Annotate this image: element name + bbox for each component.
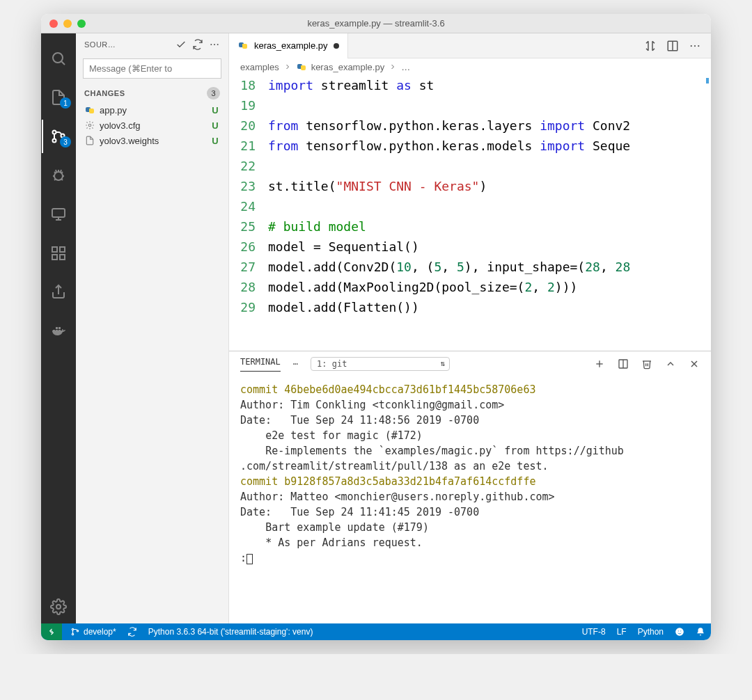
activity-extensions[interactable]: [42, 237, 75, 270]
remote-indicator[interactable]: [41, 623, 62, 640]
remote-status-icon: [47, 627, 56, 637]
python-env-status[interactable]: Python 3.6.3 64-bit ('streamlit-staging'…: [148, 627, 313, 637]
terminal-line: Author: Matteo <monchier@users.noreply.g…: [240, 489, 700, 504]
svg-rect-10: [60, 247, 65, 252]
code-content: model.add(Conv2D(10, (5, 5), input_shape…: [268, 257, 711, 277]
editor-tabs: keras_example.py: [229, 33, 711, 58]
feedback-icon[interactable]: [675, 627, 684, 637]
file-item[interactable]: yolov3.weightsU: [76, 133, 228, 148]
modified-indicator-icon: [334, 43, 339, 49]
branch-icon: [70, 627, 80, 637]
svg-point-23: [691, 45, 692, 46]
svg-line-1: [62, 62, 65, 65]
svg-rect-7: [52, 247, 57, 252]
kill-terminal-icon[interactable]: [641, 358, 652, 369]
editor-tab[interactable]: keras_example.py: [229, 33, 348, 58]
code-line[interactable]: 22: [229, 156, 711, 176]
activity-debug[interactable]: [42, 159, 75, 192]
code-line[interactable]: 26model = Sequential(): [229, 237, 711, 257]
line-number: 29: [229, 297, 268, 317]
close-window-button[interactable]: [49, 19, 58, 28]
activity-scm[interactable]: 3: [42, 120, 75, 153]
share-icon: [50, 284, 67, 301]
terminal-line: Date: Tue Sep 24 11:41:45 2019 -0700: [240, 504, 700, 520]
activity-liveshare[interactable]: [42, 276, 75, 309]
maximize-window-button[interactable]: [77, 19, 86, 28]
breadcrumb-more[interactable]: …: [401, 62, 410, 72]
scm-badge: 3: [60, 136, 71, 148]
encoding-status[interactable]: UTF-8: [582, 627, 606, 637]
editor-group: keras_example.py examples keras_example.…: [229, 33, 711, 623]
terminal-prompt[interactable]: :: [240, 550, 700, 566]
split-editor-icon[interactable]: [666, 40, 679, 52]
breadcrumb-file[interactable]: keras_example.py: [311, 62, 385, 72]
file-item[interactable]: yolov3.cfgU: [76, 118, 228, 133]
notifications-icon[interactable]: [696, 627, 705, 637]
new-terminal-icon[interactable]: [594, 358, 605, 369]
code-line[interactable]: 29model.add(Flatten()): [229, 297, 711, 317]
terminal-output[interactable]: commit 46bebe6d0ae494cbcca73d61bf1445bc5…: [229, 376, 711, 623]
code-line[interactable]: 20from tensorflow.python.keras.layers im…: [229, 116, 711, 136]
svg-point-0: [53, 53, 63, 63]
sync-status[interactable]: [127, 627, 137, 637]
code-line[interactable]: 18import streamlit as st: [229, 75, 711, 95]
file-item[interactable]: app.pyU: [76, 102, 228, 118]
minimize-window-button[interactable]: [63, 19, 72, 28]
commit-message-input[interactable]: [83, 58, 221, 79]
activity-docker[interactable]: [42, 315, 75, 348]
terminal-line: Re-implements the `examples/magic.py` fr…: [240, 443, 700, 474]
code-line[interactable]: 28model.add(MaxPooling2D(pool_size=(2, 2…: [229, 277, 711, 297]
tab-label: keras_example.py: [254, 40, 328, 51]
code-line[interactable]: 25# build model: [229, 216, 711, 237]
extensions-icon: [50, 245, 67, 262]
close-panel-icon[interactable]: [689, 358, 700, 369]
window-title: keras_example.py — streamlit-3.6: [41, 18, 711, 29]
activity-remote[interactable]: [42, 198, 75, 231]
file-status: U: [210, 136, 220, 146]
titlebar[interactable]: keras_example.py — streamlit-3.6: [41, 14, 711, 33]
activity-search[interactable]: [42, 42, 75, 75]
svg-point-2: [53, 131, 56, 134]
breadcrumb-folder[interactable]: examples: [240, 62, 279, 72]
code-line[interactable]: 24: [229, 196, 711, 216]
file-name: yolov3.cfg: [100, 120, 206, 131]
python-icon: [84, 104, 95, 116]
terminal-tab[interactable]: TERMINAL: [240, 357, 281, 372]
commit-icon[interactable]: [175, 39, 187, 50]
more-actions-icon[interactable]: [689, 40, 701, 52]
remote-icon: [50, 206, 67, 223]
git-branch-status[interactable]: develop*: [70, 627, 116, 637]
svg-point-37: [680, 630, 681, 631]
code-content: [268, 156, 711, 176]
file-name: yolov3.weights: [100, 136, 206, 146]
code-line[interactable]: 19: [229, 95, 711, 116]
line-number: 18: [229, 75, 268, 95]
terminal-selector[interactable]: 1: git: [311, 357, 450, 371]
more-icon[interactable]: [209, 39, 220, 50]
code-editor[interactable]: 18import streamlit as st1920from tensorf…: [229, 75, 711, 351]
file-icon: [84, 135, 95, 146]
gear-icon: [84, 120, 95, 131]
compare-icon[interactable]: [644, 40, 657, 52]
svg-rect-14: [56, 327, 58, 329]
terminal-panel: TERMINAL ⋯ 1: git commit 46bebe6d0ae494c…: [229, 351, 711, 623]
code-line[interactable]: 21from tensorflow.python.keras.models im…: [229, 136, 711, 156]
line-number: 25: [229, 216, 268, 237]
svg-rect-8: [52, 255, 57, 260]
code-line[interactable]: 23st.title("MNIST CNN - Keras"): [229, 176, 711, 196]
breadcrumb[interactable]: examples keras_example.py …: [229, 58, 711, 75]
maximize-panel-icon[interactable]: [665, 358, 676, 369]
activity-explorer[interactable]: 1: [42, 81, 75, 114]
terminal-line: * As per Adrians request.: [240, 535, 700, 550]
docker-icon: [50, 323, 67, 340]
chevron-right-icon: [283, 63, 292, 71]
eol-status[interactable]: LF: [617, 627, 627, 637]
changes-count: 3: [207, 87, 220, 100]
panel-more-icon[interactable]: ⋯: [293, 359, 298, 369]
refresh-icon[interactable]: [192, 39, 203, 50]
language-status[interactable]: Python: [638, 627, 664, 637]
chevron-right-icon: [389, 63, 397, 71]
code-line[interactable]: 27model.add(Conv2D(10, (5, 5), input_sha…: [229, 257, 711, 277]
split-terminal-icon[interactable]: [618, 358, 629, 369]
activity-settings[interactable]: [42, 590, 75, 623]
